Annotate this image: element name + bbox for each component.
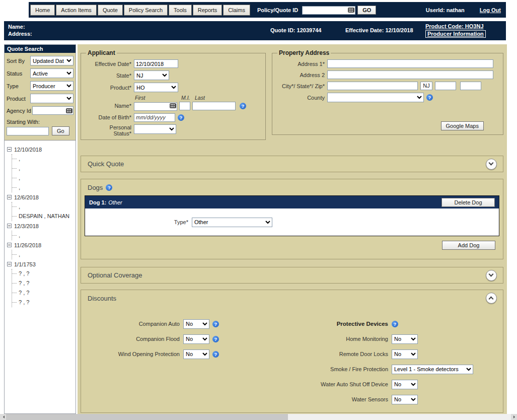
optional-coverage-expand-button[interactable] <box>486 270 497 281</box>
collapse-icon[interactable] <box>7 262 12 266</box>
address1-input[interactable] <box>327 59 493 68</box>
tree-quote-item[interactable]: , <box>12 173 75 183</box>
companion-auto-help-icon[interactable]: ? <box>212 321 219 327</box>
wind-opening-protection-help-icon[interactable]: ? <box>212 351 219 358</box>
address2-input[interactable] <box>327 71 493 79</box>
policy-quote-go-button[interactable]: GO <box>357 6 376 15</box>
type-select[interactable]: Producer <box>30 81 73 91</box>
tree-quote-item[interactable]: ? , ? <box>12 278 75 288</box>
protective-devices-header: Protective Devices <box>294 321 388 327</box>
tab-tools[interactable]: Tools <box>169 5 192 16</box>
tree-date-node[interactable]: 12/10/2018 <box>7 145 75 154</box>
collapse-icon[interactable] <box>7 243 12 247</box>
dob-help-icon[interactable]: ? <box>178 114 184 121</box>
tree-quote-item[interactable]: DESPAIN , NATHAN <box>12 212 75 221</box>
companion-flood-label: Companion Flood <box>81 336 180 342</box>
scroll-right-button[interactable] <box>511 414 517 420</box>
dogs-help-icon[interactable]: ? <box>106 184 112 191</box>
tree-quote-item[interactable]: ? , ? <box>12 288 75 298</box>
optional-coverage-title: Optional Coverage <box>88 271 142 279</box>
starting-with-input[interactable] <box>7 127 49 135</box>
state-select[interactable]: NJ <box>134 71 169 80</box>
agency-id-label: Agency Id <box>7 108 31 114</box>
scrollbar-thumb[interactable] <box>6 414 288 420</box>
quote-search-sidebar: Quote Search Sort By Updated Dat Status … <box>4 44 76 414</box>
starting-with-label: Starting With: <box>7 119 73 125</box>
sidebar-go-button[interactable]: Go <box>52 126 69 135</box>
county-help-icon[interactable]: ? <box>426 94 433 101</box>
tree-quote-item[interactable]: , <box>12 183 75 192</box>
producer-information-link[interactable]: Producer Information <box>425 30 486 38</box>
quick-quote-expand-button[interactable] <box>486 159 497 170</box>
water-auto-shutoff-select[interactable]: No <box>392 380 418 389</box>
collapse-icon[interactable] <box>7 195 12 199</box>
agency-id-field-wrap <box>32 106 73 115</box>
tree-date-node[interactable]: 1/1/1753 <box>7 259 75 269</box>
companion-auto-select[interactable]: No <box>183 319 209 329</box>
lookup-icon[interactable] <box>348 8 354 13</box>
personal-status-select[interactable] <box>134 124 176 134</box>
nav-tabs: Home Action Items Quote Policy Search To… <box>30 5 250 16</box>
tree-quote-item[interactable]: ? , ? <box>12 298 75 307</box>
tree-quote-item[interactable]: , <box>12 250 75 259</box>
tree-date-node[interactable]: 11/26/2018 <box>7 240 75 250</box>
dog-type-select[interactable]: Other <box>192 218 272 227</box>
google-maps-button[interactable]: Google Maps <box>441 121 484 130</box>
discounts-collapse-button[interactable] <box>486 293 497 304</box>
tree-date-group: 1/1/1753 ? , ? ? , ? ? , ? ? , ? <box>7 259 75 307</box>
effective-date-input[interactable] <box>134 59 178 68</box>
tree-date-node[interactable]: 12/3/2018 <box>7 221 75 231</box>
tab-quote[interactable]: Quote <box>98 5 123 16</box>
tree-quote-item[interactable]: , <box>12 164 75 173</box>
wind-opening-protection-select[interactable]: No <box>183 349 209 359</box>
tab-home[interactable]: Home <box>30 5 55 16</box>
remote-door-locks-select[interactable]: No <box>392 349 418 359</box>
zip-input[interactable] <box>435 82 456 90</box>
status-select[interactable]: Active <box>30 68 73 78</box>
tree-quote-item[interactable]: , <box>12 154 75 164</box>
last-name-input[interactable] <box>192 102 236 110</box>
smoke-fire-protection-select[interactable]: Level 1 - Smoke detectors <box>392 365 473 374</box>
tab-policy-search[interactable]: Policy Search <box>124 5 168 16</box>
dog-card: Dog 1:Other Delete Dog Type* Other <box>85 195 499 236</box>
applicant-product-select[interactable]: HO <box>134 83 178 92</box>
tab-claims[interactable]: Claims <box>223 5 250 16</box>
product-select[interactable] <box>30 94 73 103</box>
home-monitoring-select[interactable]: No <box>392 334 418 344</box>
quote-id-value: Quote ID: 12039744 <box>270 27 322 33</box>
product-code-link[interactable]: Product Code: HO3NJ <box>425 23 484 29</box>
water-sensors-select[interactable]: No <box>392 395 418 404</box>
logout-link[interactable]: Log Out <box>480 7 501 13</box>
horizontal-scrollbar[interactable] <box>0 414 517 420</box>
collapse-icon[interactable] <box>7 147 12 152</box>
name-help-icon[interactable]: ? <box>240 103 246 109</box>
tab-action-items[interactable]: Action Items <box>56 5 97 16</box>
add-dog-button[interactable]: Add Dog <box>442 241 495 250</box>
scroll-left-button[interactable] <box>0 414 6 420</box>
collapse-icon[interactable] <box>7 224 12 228</box>
chevron-up-icon <box>489 297 494 302</box>
remote-door-locks-label: Remote Door Locks <box>294 351 388 357</box>
sortby-select[interactable]: Updated Dat <box>30 56 73 65</box>
tab-reports[interactable]: Reports <box>193 5 223 16</box>
tree-date-node[interactable]: 12/6/2018 <box>7 192 75 202</box>
state-readonly-box: NJ <box>420 82 432 90</box>
mi-input[interactable] <box>179 102 190 110</box>
dob-input[interactable] <box>134 113 175 122</box>
companion-flood-select[interactable]: No <box>183 334 209 344</box>
tree-quote-item[interactable]: , <box>12 231 75 240</box>
zip4-input[interactable] <box>460 82 481 90</box>
tree-quote-item[interactable]: , <box>12 202 75 212</box>
tree-quote-item[interactable]: ? , ? <box>12 269 75 278</box>
companion-flood-help-icon[interactable]: ? <box>212 336 219 342</box>
county-select[interactable] <box>327 93 424 102</box>
delete-dog-button[interactable]: Delete Dog <box>441 198 495 207</box>
product-label: Product <box>7 96 26 102</box>
tree-date-label: 12/3/2018 <box>14 223 39 229</box>
lookup-icon[interactable] <box>66 108 72 113</box>
name-label: Name: <box>8 24 25 30</box>
city-input[interactable] <box>327 82 418 90</box>
protective-devices-help-icon[interactable]: ? <box>392 321 398 327</box>
dog-header-title: Dog 1:Other <box>89 199 122 205</box>
lookup-icon[interactable] <box>170 103 176 108</box>
